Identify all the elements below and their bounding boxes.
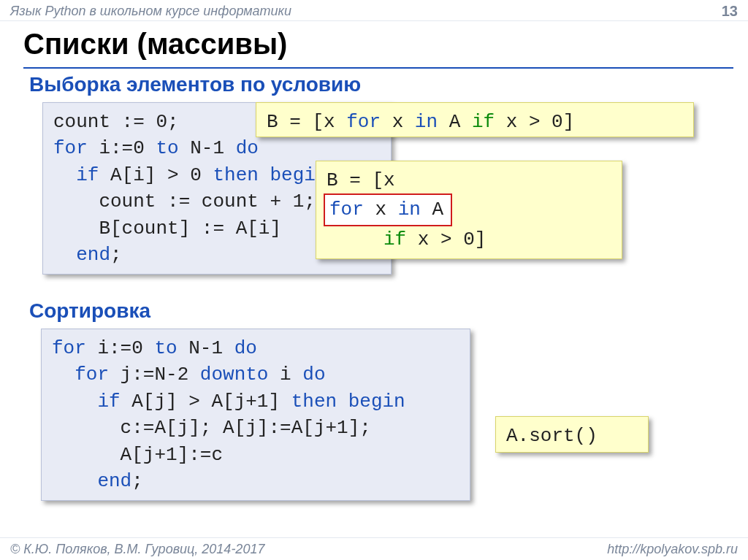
code-python-sort: A.sort() [495,416,649,453]
page-title: Списки (массивы) [23,28,287,61]
copyright: © К.Ю. Поляков, В.М. Гуровиц, 2014-2017 [10,542,264,557]
section-sort-title: Сортировка [29,299,150,323]
code-python-filter-oneline: B = [x for x in A if x > 0] [256,102,694,137]
code-pascal-sort: for i:=0 to N-1 do for j:=N-2 downto i d… [41,329,470,501]
footer-link: http://kpolyakov.spb.ru [607,542,738,557]
code-python-filter-multiline: B = [x for x in A if x > 0] [316,161,622,259]
topbar: Язык Python в школьном курсе информатики… [0,0,748,21]
page-number: 13 [722,3,738,20]
footer: © К.Ю. Поляков, В.М. Гуровиц, 2014-2017 … [0,537,748,560]
highlighted-for-in: for x in A [324,193,452,226]
section-filter-title: Выборка элементов по условию [29,73,361,96]
title-rule [23,67,733,69]
course-name: Язык Python в школьном курсе информатики [10,4,291,19]
